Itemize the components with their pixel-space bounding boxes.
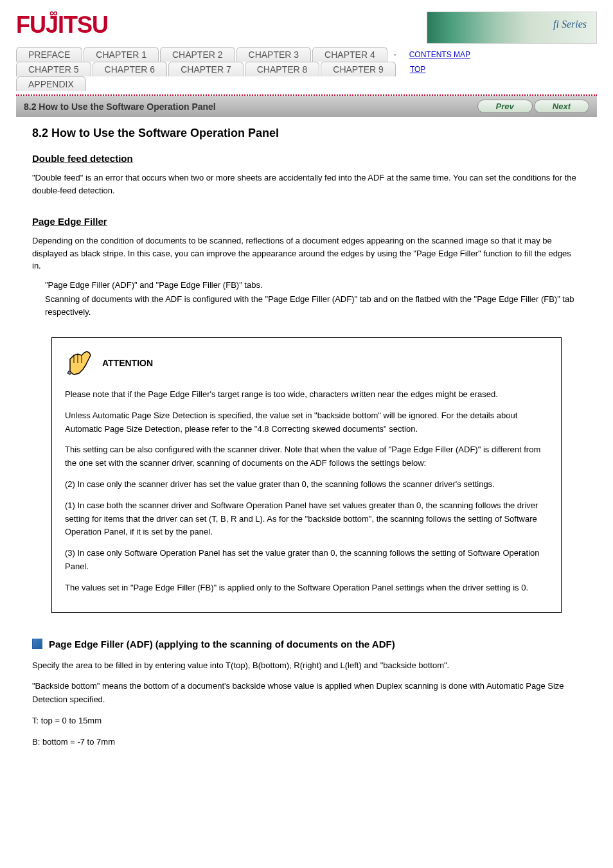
subsection-double-feed: Double feed detection "Double feed" is a… [32, 153, 581, 197]
nav-buttons: Prev Next [477, 100, 589, 113]
fujitsu-logo: ∞ FUJITSU [16, 12, 108, 39]
sub2-title: Page Edge Filler [32, 216, 581, 227]
tab-chapter-1[interactable]: CHAPTER 1 [84, 47, 159, 62]
banner-text: fi Series [553, 19, 587, 30]
attention-label: ATTENTION [102, 358, 153, 368]
next-button[interactable]: Next [534, 100, 589, 113]
content-area: 8.2 How to Use the Software Operation Pa… [0, 117, 613, 639]
tab-chapter-7[interactable]: CHAPTER 7 [168, 62, 244, 76]
attention-header: ATTENTION [65, 348, 548, 378]
nav-dash: - [394, 50, 396, 59]
contents-map-link[interactable]: CONTENTS MAP [409, 50, 470, 59]
prev-button[interactable]: Prev [477, 100, 533, 113]
attention-p6: The values set in "Page Edge Filler (FB)… [65, 581, 548, 595]
nav-row-3: APPENDIX [16, 76, 597, 91]
nav-row-2: CHAPTER 5 CHAPTER 6 CHAPTER 7 CHAPTER 8 … [16, 62, 597, 76]
square-bullet-icon [32, 639, 42, 649]
attention-box: ATTENTION Please note that if the Page E… [51, 337, 562, 613]
sub1-title: Double feed detection [32, 153, 581, 164]
logo-infinity-icon: ∞ [49, 6, 57, 20]
tab-chapter-4[interactable]: CHAPTER 4 [312, 47, 387, 62]
subsection-page-edge: Page Edge Filler Depending on the condit… [32, 216, 581, 318]
bottom-b: B: bottom = -7 to 7mm [32, 736, 581, 749]
tab-chapter-3[interactable]: CHAPTER 3 [236, 47, 312, 62]
bottom-header: Page Edge Filler (ADF) (applying to the … [32, 639, 581, 650]
tab-chapter-6[interactable]: CHAPTER 6 [93, 62, 168, 76]
page-title: 8.2 How to Use the Software Operation Pa… [24, 102, 216, 112]
bottom-title: Page Edge Filler (ADF) (applying to the … [49, 639, 395, 650]
header: ∞ FUJITSU fi Series [0, 0, 613, 47]
tab-chapter-8[interactable]: CHAPTER 8 [245, 62, 320, 76]
tab-chapter-2[interactable]: CHAPTER 2 [160, 47, 235, 62]
tab-appendix[interactable]: APPENDIX [16, 76, 86, 91]
attention-hand-icon [65, 348, 96, 378]
sub2-item-0: "Page Edge Filler (ADF)" and "Page Edge … [45, 279, 581, 292]
bottom-p2: "Backside bottom" means the bottom of a … [32, 680, 581, 707]
title-bar: 8.2 How to Use the Software Operation Pa… [16, 96, 597, 117]
bottom-t: T: top = 0 to 15mm [32, 714, 581, 728]
attention-p5: (3) In case only Software Operation Pane… [65, 547, 548, 574]
banner-image: fi Series [427, 12, 597, 44]
section-title: 8.2 How to Use the Software Operation Pa… [32, 127, 581, 140]
bottom-section: Page Edge Filler (ADF) (applying to the … [0, 639, 613, 749]
bottom-p1: Specify the area to be filled in by ente… [32, 659, 581, 673]
tab-chapter-5[interactable]: CHAPTER 5 [16, 62, 91, 76]
sub2-item-1: Scanning of documents with the ADF is co… [45, 293, 581, 318]
sub1-text: "Double feed" is an error that occurs wh… [32, 172, 581, 197]
attention-p0: Please note that if the Page Edge Filler… [65, 388, 548, 402]
attention-p3: (2) In case only the scanner driver has … [65, 478, 548, 492]
attention-p4: (1) In case both the scanner driver and … [65, 499, 548, 539]
nav-container: PREFACE CHAPTER 1 CHAPTER 2 CHAPTER 3 CH… [0, 47, 613, 91]
tab-chapter-9[interactable]: CHAPTER 9 [321, 62, 396, 76]
tab-preface[interactable]: PREFACE [16, 47, 82, 62]
attention-p2: This setting can be also configured with… [65, 443, 548, 470]
top-link[interactable]: TOP [410, 65, 425, 74]
sub2-text: Depending on the condition of documents … [32, 235, 581, 272]
nav-row-1: PREFACE CHAPTER 1 CHAPTER 2 CHAPTER 3 CH… [16, 47, 597, 62]
attention-p1: Unless Automatic Page Size Detection is … [65, 409, 548, 436]
